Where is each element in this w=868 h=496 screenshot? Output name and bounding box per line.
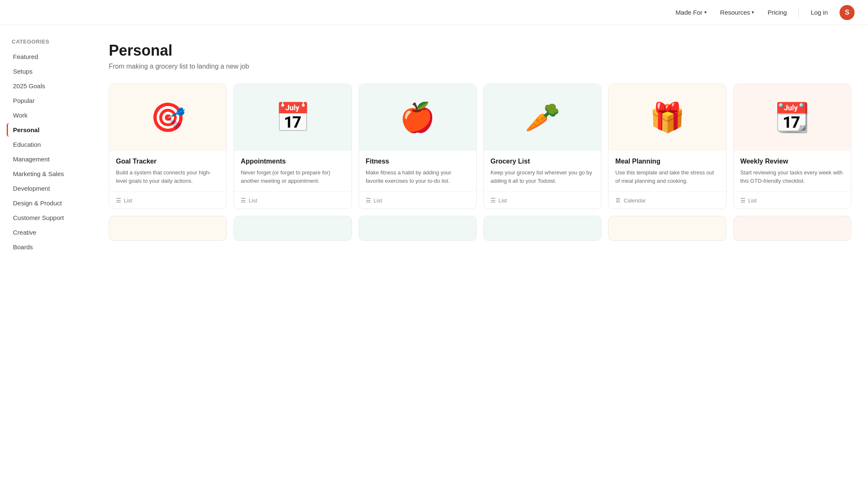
page-subtitle: From making a grocery list to landing a …: [109, 63, 851, 70]
card-title-weekly-review: Weekly Review: [740, 158, 844, 165]
card-body-fitness: Fitness Make fitness a habit by adding y…: [359, 151, 476, 192]
card-title-meal-planning: Meal Planning: [615, 158, 719, 165]
card-desc-goal-tracker: Build a system that connects your high-l…: [116, 169, 220, 185]
sidebar-item-marketing-sales[interactable]: Marketing & Sales: [7, 167, 85, 181]
card-footer-icon-weekly-review: ☰: [740, 197, 746, 204]
card-footer-icon-grocery-list: ☰: [490, 197, 496, 204]
card-footer-appointments: ☰ List: [234, 192, 351, 209]
card-footer-type-weekly-review: List: [748, 197, 757, 204]
card-goal-tracker[interactable]: 🎯 Goal Tracker Build a system that conne…: [109, 84, 227, 209]
card-footer-fitness: ☰ List: [359, 192, 476, 209]
card-fitness[interactable]: 🍎 Fitness Make fitness a habit by adding…: [359, 84, 477, 209]
sidebar-item-education[interactable]: Education: [7, 138, 85, 151]
card-desc-fitness: Make fitness a habit by adding your favo…: [366, 169, 470, 185]
pricing-label: Pricing: [768, 9, 787, 16]
card-partial-p5[interactable]: [608, 216, 726, 241]
header: Made For ▾ Resources ▾ Pricing Log in S: [0, 0, 868, 25]
made-for-nav[interactable]: Made For ▾: [670, 5, 711, 19]
card-footer-grocery-list: ☰ List: [484, 192, 601, 209]
cards-grid: 🎯 Goal Tracker Build a system that conne…: [109, 84, 851, 209]
layout: Categories FeaturedSetups2025 GoalsPopul…: [0, 25, 868, 266]
sidebar-item-work[interactable]: Work: [7, 108, 85, 122]
sidebar-item-design-product[interactable]: Design & Product: [7, 196, 85, 210]
card-footer-icon-appointments: ☰: [241, 197, 246, 204]
header-nav: Made For ▾ Resources ▾ Pricing Log in S: [670, 5, 855, 20]
sidebar-section-title: Categories: [7, 38, 85, 45]
card-weekly-review[interactable]: 📆 Weekly Review Start reviewing your tas…: [733, 84, 851, 209]
card-footer-type-grocery-list: List: [498, 197, 507, 204]
resources-label: Resources: [720, 9, 750, 16]
card-footer-icon-fitness: ☰: [366, 197, 371, 204]
card-partial-p1[interactable]: [109, 216, 227, 241]
card-title-appointments: Appointments: [241, 158, 344, 165]
card-body-goal-tracker: Goal Tracker Build a system that connect…: [109, 151, 226, 192]
card-footer-type-appointments: List: [249, 197, 257, 204]
card-footer-type-goal-tracker: List: [124, 197, 132, 204]
page-title: Personal: [109, 42, 851, 59]
card-footer-goal-tracker: ☰ List: [109, 192, 226, 209]
resources-nav[interactable]: Resources ▾: [715, 5, 760, 19]
sidebar-item-development[interactable]: Development: [7, 182, 85, 195]
sidebar: Categories FeaturedSetups2025 GoalsPopul…: [0, 25, 92, 266]
sidebar-item-featured[interactable]: Featured: [7, 50, 85, 64]
card-desc-grocery-list: Keep your grocery list wherever you go b…: [490, 169, 594, 185]
card-body-weekly-review: Weekly Review Start reviewing your tasks…: [734, 151, 851, 192]
sidebar-item-customer-support[interactable]: Customer Support: [7, 211, 85, 225]
card-image-goal-tracker: 🎯: [109, 84, 226, 151]
card-footer-weekly-review: ☰ List: [734, 192, 851, 209]
card-image-grocery-list: 🥕: [484, 84, 601, 151]
card-meal-planning[interactable]: 🎁 Meal Planning Use this template and ta…: [608, 84, 726, 209]
main-content: Personal From making a grocery list to l…: [92, 25, 868, 266]
made-for-chevron: ▾: [704, 10, 707, 15]
card-partial-p2[interactable]: [234, 216, 352, 241]
user-avatar[interactable]: S: [840, 5, 855, 20]
card-desc-weekly-review: Start reviewing your tasks every week wi…: [740, 169, 844, 185]
pricing-nav[interactable]: Pricing: [763, 5, 792, 19]
card-grocery-list[interactable]: 🥕 Grocery List Keep your grocery list wh…: [483, 84, 601, 209]
card-image-meal-planning: 🎁: [609, 84, 726, 151]
card-desc-appointments: Never forget (or forget to prepare for) …: [241, 169, 344, 185]
card-image-weekly-review: 📆: [734, 84, 851, 151]
card-footer-type-fitness: List: [374, 197, 382, 204]
card-partial-p6[interactable]: [733, 216, 851, 241]
card-body-meal-planning: Meal Planning Use this template and take…: [609, 151, 726, 192]
card-image-appointments: 📅: [234, 84, 351, 151]
partial-cards-grid: [109, 216, 851, 241]
made-for-label: Made For: [675, 9, 702, 16]
sidebar-item-management[interactable]: Management: [7, 152, 85, 166]
sidebar-item-setups[interactable]: Setups: [7, 64, 85, 78]
login-button[interactable]: Log in: [806, 5, 833, 19]
card-footer-icon-meal-planning: 🗓: [615, 197, 621, 204]
sidebar-item-creative[interactable]: Creative: [7, 225, 85, 239]
card-footer-meal-planning: 🗓 Calendar: [609, 192, 726, 209]
card-body-appointments: Appointments Never forget (or forget to …: [234, 151, 351, 192]
card-title-goal-tracker: Goal Tracker: [116, 158, 220, 165]
card-footer-type-meal-planning: Calendar: [624, 197, 646, 204]
sidebar-item-popular[interactable]: Popular: [7, 94, 85, 107]
nav-divider: [799, 8, 799, 18]
card-footer-icon-goal-tracker: ☰: [116, 197, 121, 204]
card-image-fitness: 🍎: [359, 84, 476, 151]
sidebar-item-personal[interactable]: Personal: [7, 123, 85, 137]
card-title-fitness: Fitness: [366, 158, 470, 165]
card-desc-meal-planning: Use this template and take the stress ou…: [615, 169, 719, 185]
card-title-grocery-list: Grocery List: [490, 158, 594, 165]
card-appointments[interactable]: 📅 Appointments Never forget (or forget t…: [234, 84, 352, 209]
sidebar-item-2025-goals[interactable]: 2025 Goals: [7, 79, 85, 93]
card-partial-p4[interactable]: [483, 216, 601, 241]
sidebar-item-boards[interactable]: Boards: [7, 240, 85, 254]
resources-chevron: ▾: [752, 10, 754, 15]
card-partial-p3[interactable]: [359, 216, 477, 241]
sidebar-items: FeaturedSetups2025 GoalsPopularWorkPerso…: [7, 50, 85, 254]
card-body-grocery-list: Grocery List Keep your grocery list wher…: [484, 151, 601, 192]
